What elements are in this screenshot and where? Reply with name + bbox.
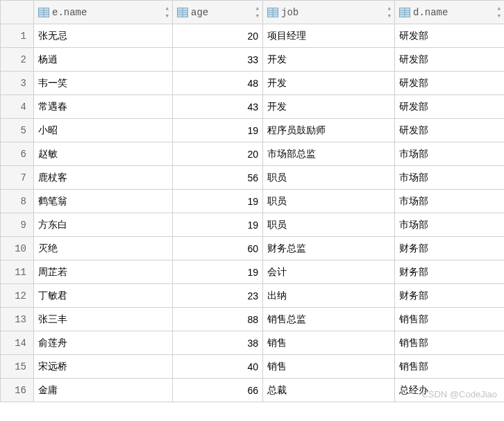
cell-dname[interactable]: 总经办 [395,379,505,402]
cell-ename[interactable]: 张三丰 [34,308,173,331]
cell-job[interactable]: 销售 [263,331,395,355]
cell-dname[interactable]: 销售部 [395,355,505,379]
cell-age[interactable]: 60 [173,237,263,261]
cell-dname[interactable]: 财务部 [395,284,505,308]
cell-ename[interactable]: 周芷若 [34,261,173,284]
sort-icon[interactable]: ▴▾ [387,5,392,20]
column-header-ename[interactable]: e.name ▴▾ [34,1,173,24]
cell-age[interactable]: 66 [173,379,263,402]
row-number-cell[interactable]: 5 [1,119,34,142]
row-number-cell[interactable]: 8 [1,190,34,213]
row-number-cell[interactable]: 2 [1,48,34,72]
cell-age[interactable]: 33 [173,48,263,72]
cell-age[interactable]: 56 [173,166,263,190]
cell-job[interactable]: 开发 [263,48,395,72]
cell-dname[interactable]: 财务部 [395,261,505,284]
cell-ename[interactable]: 丁敏君 [34,284,173,308]
cell-ename[interactable]: 俞莲舟 [34,331,173,355]
row-number-cell[interactable]: 4 [1,95,34,119]
table-row[interactable]: 9方东白19职员市场部 [1,213,505,237]
cell-ename[interactable]: 灭绝 [34,237,173,261]
row-number-cell[interactable]: 16 [1,379,34,402]
table-row[interactable]: 10灭绝60财务总监财务部 [1,237,505,261]
table-row[interactable]: 6赵敏20市场部总监市场部 [1,142,505,166]
cell-age[interactable]: 19 [173,213,263,237]
cell-age[interactable]: 48 [173,72,263,95]
cell-ename[interactable]: 小昭 [34,119,173,142]
cell-ename[interactable]: 鹤笔翁 [34,190,173,213]
cell-dname[interactable]: 销售部 [395,331,505,355]
table-row[interactable]: 11周芷若19会计财务部 [1,261,505,284]
table-row[interactable]: 5小昭19程序员鼓励师研发部 [1,119,505,142]
cell-age[interactable]: 43 [173,95,263,119]
cell-dname[interactable]: 研发部 [395,72,505,95]
cell-age[interactable]: 20 [173,24,263,48]
table-row[interactable]: 3韦一笑48开发研发部 [1,72,505,95]
table-row[interactable]: 13张三丰88销售总监销售部 [1,308,505,331]
cell-job[interactable]: 开发 [263,95,395,119]
cell-job[interactable]: 销售 [263,355,395,379]
table-row[interactable]: 4常遇春43开发研发部 [1,95,505,119]
cell-ename[interactable]: 张无忌 [34,24,173,48]
row-number-cell[interactable]: 6 [1,142,34,166]
cell-ename[interactable]: 金庸 [34,379,173,402]
cell-ename[interactable]: 方东白 [34,213,173,237]
sort-icon[interactable]: ▴▾ [496,5,501,20]
cell-dname[interactable]: 研发部 [395,95,505,119]
table-row[interactable]: 12丁敏君23出纳财务部 [1,284,505,308]
cell-age[interactable]: 19 [173,119,263,142]
cell-ename[interactable]: 宋远桥 [34,355,173,379]
cell-dname[interactable]: 研发部 [395,24,505,48]
table-row[interactable]: 1张无忌20项目经理研发部 [1,24,505,48]
cell-age[interactable]: 19 [173,261,263,284]
table-row[interactable]: 7鹿杖客56职员市场部 [1,166,505,190]
row-number-cell[interactable]: 7 [1,166,34,190]
row-number-cell[interactable]: 3 [1,72,34,95]
cell-ename[interactable]: 韦一笑 [34,72,173,95]
column-header-job[interactable]: job ▴▾ [263,1,395,24]
cell-job[interactable]: 职员 [263,190,395,213]
table-row[interactable]: 16金庸66总裁总经办 [1,379,505,402]
cell-age[interactable]: 23 [173,284,263,308]
cell-job[interactable]: 程序员鼓励师 [263,119,395,142]
cell-age[interactable]: 40 [173,355,263,379]
row-number-cell[interactable]: 13 [1,308,34,331]
column-header-dname[interactable]: d.name ▴▾ [395,1,505,24]
cell-ename[interactable]: 常遇春 [34,95,173,119]
table-row[interactable]: 14俞莲舟38销售销售部 [1,331,505,355]
sort-icon[interactable]: ▴▾ [255,5,260,20]
cell-dname[interactable]: 市场部 [395,142,505,166]
row-number-cell[interactable]: 11 [1,261,34,284]
cell-dname[interactable]: 市场部 [395,190,505,213]
cell-job[interactable]: 会计 [263,261,395,284]
table-row[interactable]: 2杨逍33开发研发部 [1,48,505,72]
cell-age[interactable]: 20 [173,142,263,166]
row-number-cell[interactable]: 14 [1,331,34,355]
cell-job[interactable]: 市场部总监 [263,142,395,166]
cell-age[interactable]: 38 [173,331,263,355]
cell-job[interactable]: 出纳 [263,284,395,308]
cell-dname[interactable]: 研发部 [395,48,505,72]
table-row[interactable]: 15宋远桥40销售销售部 [1,355,505,379]
row-number-cell[interactable]: 10 [1,237,34,261]
cell-job[interactable]: 销售总监 [263,308,395,331]
cell-job[interactable]: 职员 [263,213,395,237]
cell-job[interactable]: 开发 [263,72,395,95]
column-header-age[interactable]: age ▴▾ [173,1,263,24]
sort-icon[interactable]: ▴▾ [165,5,169,20]
row-number-cell[interactable]: 12 [1,284,34,308]
cell-job[interactable]: 财务总监 [263,237,395,261]
row-number-cell[interactable]: 1 [1,24,34,48]
cell-age[interactable]: 19 [173,190,263,213]
cell-job[interactable]: 总裁 [263,379,395,402]
cell-dname[interactable]: 销售部 [395,308,505,331]
table-row[interactable]: 8鹤笔翁19职员市场部 [1,190,505,213]
cell-dname[interactable]: 财务部 [395,237,505,261]
row-number-cell[interactable]: 15 [1,355,34,379]
cell-dname[interactable]: 市场部 [395,213,505,237]
cell-job[interactable]: 职员 [263,166,395,190]
cell-dname[interactable]: 市场部 [395,166,505,190]
cell-age[interactable]: 88 [173,308,263,331]
cell-ename[interactable]: 杨逍 [34,48,173,72]
row-number-cell[interactable]: 9 [1,213,34,237]
